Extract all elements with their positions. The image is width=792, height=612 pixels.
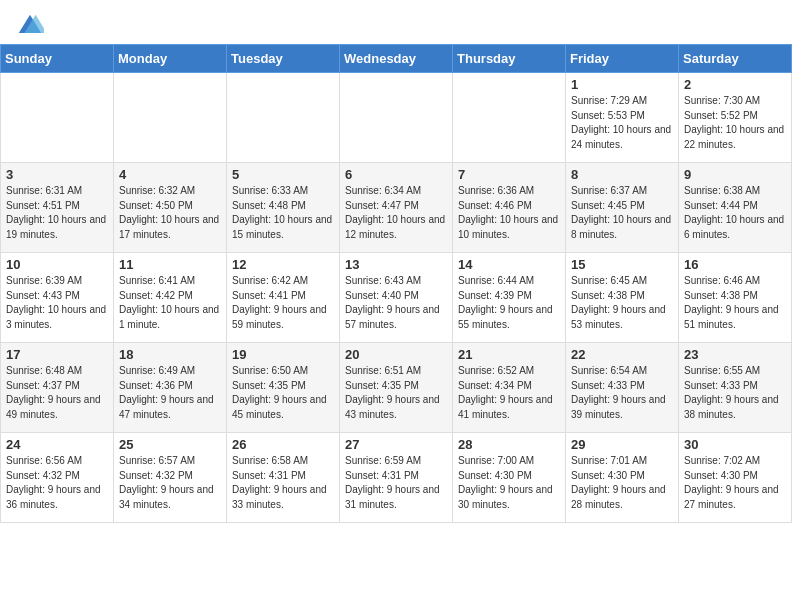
day-info: Sunrise: 6:56 AM Sunset: 4:32 PM Dayligh… xyxy=(6,454,108,512)
day-number: 29 xyxy=(571,437,673,452)
logo-icon xyxy=(16,12,44,40)
col-header-wednesday: Wednesday xyxy=(340,45,453,73)
day-info: Sunrise: 6:39 AM Sunset: 4:43 PM Dayligh… xyxy=(6,274,108,332)
day-number: 22 xyxy=(571,347,673,362)
calendar-cell: 6Sunrise: 6:34 AM Sunset: 4:47 PM Daylig… xyxy=(340,163,453,253)
calendar-cell: 15Sunrise: 6:45 AM Sunset: 4:38 PM Dayli… xyxy=(566,253,679,343)
day-info: Sunrise: 6:34 AM Sunset: 4:47 PM Dayligh… xyxy=(345,184,447,242)
day-info: Sunrise: 6:58 AM Sunset: 4:31 PM Dayligh… xyxy=(232,454,334,512)
day-number: 9 xyxy=(684,167,786,182)
day-info: Sunrise: 6:55 AM Sunset: 4:33 PM Dayligh… xyxy=(684,364,786,422)
day-info: Sunrise: 6:37 AM Sunset: 4:45 PM Dayligh… xyxy=(571,184,673,242)
calendar-cell: 29Sunrise: 7:01 AM Sunset: 4:30 PM Dayli… xyxy=(566,433,679,523)
day-info: Sunrise: 6:54 AM Sunset: 4:33 PM Dayligh… xyxy=(571,364,673,422)
calendar-cell: 7Sunrise: 6:36 AM Sunset: 4:46 PM Daylig… xyxy=(453,163,566,253)
day-info: Sunrise: 6:33 AM Sunset: 4:48 PM Dayligh… xyxy=(232,184,334,242)
col-header-friday: Friday xyxy=(566,45,679,73)
calendar-cell xyxy=(340,73,453,163)
calendar-cell: 11Sunrise: 6:41 AM Sunset: 4:42 PM Dayli… xyxy=(114,253,227,343)
calendar-cell: 1Sunrise: 7:29 AM Sunset: 5:53 PM Daylig… xyxy=(566,73,679,163)
calendar-cell: 12Sunrise: 6:42 AM Sunset: 4:41 PM Dayli… xyxy=(227,253,340,343)
day-info: Sunrise: 6:42 AM Sunset: 4:41 PM Dayligh… xyxy=(232,274,334,332)
day-number: 3 xyxy=(6,167,108,182)
col-header-monday: Monday xyxy=(114,45,227,73)
calendar-cell xyxy=(227,73,340,163)
day-info: Sunrise: 6:51 AM Sunset: 4:35 PM Dayligh… xyxy=(345,364,447,422)
day-number: 15 xyxy=(571,257,673,272)
day-info: Sunrise: 7:00 AM Sunset: 4:30 PM Dayligh… xyxy=(458,454,560,512)
calendar-cell: 21Sunrise: 6:52 AM Sunset: 4:34 PM Dayli… xyxy=(453,343,566,433)
day-number: 28 xyxy=(458,437,560,452)
calendar-cell: 30Sunrise: 7:02 AM Sunset: 4:30 PM Dayli… xyxy=(679,433,792,523)
day-number: 30 xyxy=(684,437,786,452)
day-number: 27 xyxy=(345,437,447,452)
day-number: 16 xyxy=(684,257,786,272)
calendar-cell: 26Sunrise: 6:58 AM Sunset: 4:31 PM Dayli… xyxy=(227,433,340,523)
week-row-5: 24Sunrise: 6:56 AM Sunset: 4:32 PM Dayli… xyxy=(1,433,792,523)
calendar-cell: 2Sunrise: 7:30 AM Sunset: 5:52 PM Daylig… xyxy=(679,73,792,163)
day-info: Sunrise: 6:36 AM Sunset: 4:46 PM Dayligh… xyxy=(458,184,560,242)
day-info: Sunrise: 7:02 AM Sunset: 4:30 PM Dayligh… xyxy=(684,454,786,512)
col-header-sunday: Sunday xyxy=(1,45,114,73)
calendar-header-row: SundayMondayTuesdayWednesdayThursdayFrid… xyxy=(1,45,792,73)
page-header xyxy=(0,0,792,44)
calendar-cell: 17Sunrise: 6:48 AM Sunset: 4:37 PM Dayli… xyxy=(1,343,114,433)
day-number: 6 xyxy=(345,167,447,182)
day-number: 17 xyxy=(6,347,108,362)
day-info: Sunrise: 6:41 AM Sunset: 4:42 PM Dayligh… xyxy=(119,274,221,332)
calendar-cell: 14Sunrise: 6:44 AM Sunset: 4:39 PM Dayli… xyxy=(453,253,566,343)
day-info: Sunrise: 6:43 AM Sunset: 4:40 PM Dayligh… xyxy=(345,274,447,332)
day-number: 21 xyxy=(458,347,560,362)
calendar-cell: 16Sunrise: 6:46 AM Sunset: 4:38 PM Dayli… xyxy=(679,253,792,343)
day-info: Sunrise: 7:29 AM Sunset: 5:53 PM Dayligh… xyxy=(571,94,673,152)
day-number: 26 xyxy=(232,437,334,452)
day-number: 19 xyxy=(232,347,334,362)
calendar-cell: 10Sunrise: 6:39 AM Sunset: 4:43 PM Dayli… xyxy=(1,253,114,343)
day-number: 20 xyxy=(345,347,447,362)
day-number: 5 xyxy=(232,167,334,182)
calendar-table: SundayMondayTuesdayWednesdayThursdayFrid… xyxy=(0,44,792,523)
day-info: Sunrise: 6:44 AM Sunset: 4:39 PM Dayligh… xyxy=(458,274,560,332)
calendar-cell: 23Sunrise: 6:55 AM Sunset: 4:33 PM Dayli… xyxy=(679,343,792,433)
day-info: Sunrise: 6:50 AM Sunset: 4:35 PM Dayligh… xyxy=(232,364,334,422)
calendar-cell: 13Sunrise: 6:43 AM Sunset: 4:40 PM Dayli… xyxy=(340,253,453,343)
day-info: Sunrise: 6:32 AM Sunset: 4:50 PM Dayligh… xyxy=(119,184,221,242)
day-info: Sunrise: 6:48 AM Sunset: 4:37 PM Dayligh… xyxy=(6,364,108,422)
day-info: Sunrise: 6:38 AM Sunset: 4:44 PM Dayligh… xyxy=(684,184,786,242)
day-info: Sunrise: 6:59 AM Sunset: 4:31 PM Dayligh… xyxy=(345,454,447,512)
calendar-cell: 20Sunrise: 6:51 AM Sunset: 4:35 PM Dayli… xyxy=(340,343,453,433)
calendar-cell: 25Sunrise: 6:57 AM Sunset: 4:32 PM Dayli… xyxy=(114,433,227,523)
day-info: Sunrise: 7:30 AM Sunset: 5:52 PM Dayligh… xyxy=(684,94,786,152)
day-number: 11 xyxy=(119,257,221,272)
day-info: Sunrise: 6:49 AM Sunset: 4:36 PM Dayligh… xyxy=(119,364,221,422)
day-info: Sunrise: 6:57 AM Sunset: 4:32 PM Dayligh… xyxy=(119,454,221,512)
logo xyxy=(16,12,48,40)
day-number: 23 xyxy=(684,347,786,362)
calendar-cell: 9Sunrise: 6:38 AM Sunset: 4:44 PM Daylig… xyxy=(679,163,792,253)
day-number: 24 xyxy=(6,437,108,452)
day-number: 13 xyxy=(345,257,447,272)
day-number: 12 xyxy=(232,257,334,272)
calendar-cell xyxy=(1,73,114,163)
week-row-3: 10Sunrise: 6:39 AM Sunset: 4:43 PM Dayli… xyxy=(1,253,792,343)
day-number: 2 xyxy=(684,77,786,92)
day-number: 14 xyxy=(458,257,560,272)
day-info: Sunrise: 6:46 AM Sunset: 4:38 PM Dayligh… xyxy=(684,274,786,332)
calendar-cell: 3Sunrise: 6:31 AM Sunset: 4:51 PM Daylig… xyxy=(1,163,114,253)
calendar-cell: 4Sunrise: 6:32 AM Sunset: 4:50 PM Daylig… xyxy=(114,163,227,253)
calendar-cell: 18Sunrise: 6:49 AM Sunset: 4:36 PM Dayli… xyxy=(114,343,227,433)
week-row-4: 17Sunrise: 6:48 AM Sunset: 4:37 PM Dayli… xyxy=(1,343,792,433)
calendar-cell xyxy=(114,73,227,163)
calendar-cell: 28Sunrise: 7:00 AM Sunset: 4:30 PM Dayli… xyxy=(453,433,566,523)
calendar-cell xyxy=(453,73,566,163)
day-info: Sunrise: 6:45 AM Sunset: 4:38 PM Dayligh… xyxy=(571,274,673,332)
day-number: 8 xyxy=(571,167,673,182)
week-row-2: 3Sunrise: 6:31 AM Sunset: 4:51 PM Daylig… xyxy=(1,163,792,253)
day-info: Sunrise: 6:31 AM Sunset: 4:51 PM Dayligh… xyxy=(6,184,108,242)
col-header-saturday: Saturday xyxy=(679,45,792,73)
calendar-cell: 22Sunrise: 6:54 AM Sunset: 4:33 PM Dayli… xyxy=(566,343,679,433)
col-header-tuesday: Tuesday xyxy=(227,45,340,73)
calendar-cell: 24Sunrise: 6:56 AM Sunset: 4:32 PM Dayli… xyxy=(1,433,114,523)
calendar-cell: 5Sunrise: 6:33 AM Sunset: 4:48 PM Daylig… xyxy=(227,163,340,253)
day-info: Sunrise: 7:01 AM Sunset: 4:30 PM Dayligh… xyxy=(571,454,673,512)
